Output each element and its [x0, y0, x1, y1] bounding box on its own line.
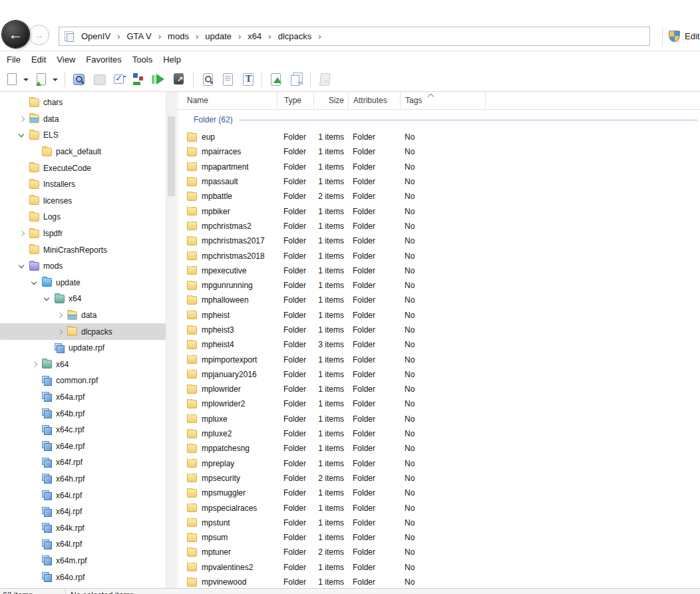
open-archive-button[interactable]	[33, 71, 49, 88]
tree-item[interactable]: x64j.rpf	[0, 504, 166, 520]
table-row[interactable]: mpgunrunning Folder 1 items Folder No	[178, 278, 700, 293]
tree-item[interactable]: ELS	[0, 127, 166, 144]
tree-item[interactable]: Logs	[0, 209, 166, 225]
table-row[interactable]: mpimportexport Folder 1 items Folder No	[178, 352, 700, 367]
package-search-button[interactable]	[71, 71, 87, 88]
expander-icon[interactable]	[30, 278, 39, 287]
breadcrumb-separator-icon[interactable]: ›	[268, 31, 271, 41]
forward-button[interactable]: →	[29, 25, 49, 45]
tree-item[interactable]: MiniCrashReports	[0, 241, 166, 258]
text-view-button[interactable]	[220, 71, 236, 88]
expander-icon[interactable]	[43, 294, 52, 303]
table-row[interactable]: mpbattle Folder 2 items Folder No	[178, 189, 700, 204]
new-file-dropdown-icon[interactable]	[22, 71, 30, 88]
breadcrumb-separator-icon[interactable]: ›	[318, 31, 321, 41]
tree-item[interactable]: common.rpf	[0, 372, 166, 389]
column-header[interactable]: Tags	[400, 92, 485, 109]
tree-item[interactable]: x64c.rpf	[0, 422, 166, 438]
export-copy-button[interactable]	[288, 71, 304, 88]
folder-tree[interactable]: chars data ELS pack_default ExecuteCode	[0, 92, 166, 588]
breadcrumb-segment[interactable]: OpenIV	[80, 30, 112, 43]
import-files-button[interactable]	[268, 71, 284, 88]
table-row[interactable]: mphalloween Folder 1 items Folder No	[178, 293, 700, 307]
table-row[interactable]: mpairraces Folder 1 items Folder No	[178, 144, 700, 159]
tree-item[interactable]: licenses	[0, 193, 166, 210]
breadcrumb-segment[interactable]: mods	[166, 30, 190, 43]
text-edit-button[interactable]	[240, 71, 256, 88]
tree-item[interactable]: data	[0, 111, 166, 128]
breadcrumb-separator-icon[interactable]: ›	[158, 31, 161, 41]
tree-item[interactable]: dlcpacks	[0, 323, 166, 340]
tree-item[interactable]: x64b.rpf	[0, 405, 166, 422]
table-row[interactable]: mpchristmas2 Folder 1 items Folder No	[178, 219, 700, 233]
tree-item[interactable]: mods	[0, 258, 166, 275]
color-tiles-button[interactable]	[131, 71, 147, 88]
table-row[interactable]: mpluxe Folder 1 items Folder No	[178, 412, 700, 426]
tree-item[interactable]: x64o.rpf	[0, 569, 166, 585]
tree-item[interactable]: x64i.rpf	[0, 487, 166, 504]
menu-item[interactable]: Tools	[127, 53, 158, 67]
new-file-button[interactable]	[4, 71, 20, 88]
expander-icon[interactable]	[17, 114, 27, 124]
table-row[interactable]: mplowrider Folder 1 items Folder No	[178, 382, 700, 396]
tree-item[interactable]: Installers	[0, 176, 166, 193]
breadcrumb-separator-icon[interactable]: ›	[196, 31, 198, 41]
run-script-button[interactable]	[151, 71, 167, 88]
breadcrumb-segment[interactable]: dlcpacks	[277, 30, 313, 43]
preview-button[interactable]	[200, 71, 216, 88]
menu-item[interactable]: File	[1, 53, 26, 67]
table-row[interactable]: eup Folder 1 items Folder No	[178, 130, 700, 144]
table-row[interactable]: mpreplay Folder 1 items Folder No	[178, 456, 700, 471]
column-header[interactable]: Size	[313, 92, 348, 109]
column-header[interactable]: Type	[277, 92, 313, 109]
table-row[interactable]: mpapartment Folder 1 items Folder No	[178, 160, 700, 174]
table-row[interactable]: mpspecialraces Folder 1 items Folder No	[178, 500, 700, 515]
table-row[interactable]: mpvalentines2 Folder 1 items Folder No	[178, 560, 700, 575]
table-row[interactable]: mpexecutive Folder 1 items Folder No	[178, 263, 700, 278]
tree-item[interactable]: x64l.rpf	[0, 536, 166, 553]
tree-scrollbar-thumb[interactable]	[168, 116, 175, 196]
tree-item[interactable]: data	[0, 307, 166, 324]
menu-item[interactable]: Edit	[26, 53, 51, 67]
tree-item[interactable]: lspdfr	[0, 225, 166, 242]
breadcrumb-segment[interactable]: x64	[246, 30, 263, 43]
table-row[interactable]: mpsmuggler Folder 1 items Folder No	[178, 486, 700, 500]
breadcrumb[interactable]: OpenIV › GTA V › mods › update › x64 ›	[59, 27, 650, 46]
table-row[interactable]: mplowrider2 Folder 1 items Folder No	[178, 396, 700, 411]
table-row[interactable]: mpstunt Folder 1 items Folder No	[178, 516, 700, 530]
edit-mode-button[interactable]: Edit mode	[662, 27, 700, 46]
open-archive-dropdown-icon[interactable]	[51, 71, 59, 88]
table-row[interactable]: mpheist Folder 1 items Folder No	[178, 308, 700, 323]
tree-item[interactable]: x64k.rpf	[0, 520, 166, 536]
tree-item[interactable]: pack_default	[0, 144, 166, 160]
table-row[interactable]: mpassault Folder 1 items Folder No	[178, 174, 700, 189]
menu-item[interactable]: Help	[158, 53, 186, 67]
table-row[interactable]: mpluxe2 Folder 1 items Folder No	[178, 426, 700, 441]
tree-item[interactable]: x64e.rpf	[0, 438, 166, 454]
tree-item[interactable]: update.rpf	[0, 340, 166, 357]
back-button[interactable]: ←	[2, 21, 29, 48]
expander-icon[interactable]	[30, 360, 39, 369]
table-row[interactable]: mpchristmas2018 Folder 1 items Folder No	[178, 248, 700, 263]
group-header[interactable]: Folder (62)	[178, 110, 700, 130]
expander-icon[interactable]	[17, 229, 27, 238]
tree-item[interactable]: chars	[0, 94, 166, 111]
table-row[interactable]: mpbiker Folder 1 items Folder No	[178, 204, 700, 218]
table-row[interactable]: mppatchesng Folder 1 items Folder No	[178, 441, 700, 456]
breadcrumb-segment[interactable]: GTA V	[125, 30, 152, 43]
menu-item[interactable]: View	[51, 53, 81, 67]
column-header[interactable]: Name	[178, 92, 277, 109]
expander-icon[interactable]	[55, 327, 65, 337]
save-export-button[interactable]	[171, 71, 187, 88]
table-row[interactable]: mpvinewood Folder 1 items Folder No	[178, 575, 700, 588]
verify-checkbox-button[interactable]	[111, 71, 127, 88]
table-row[interactable]: mpheist4 Folder 3 items Folder No	[178, 337, 700, 352]
table-row[interactable]: mpsecurity Folder 2 items Folder No	[178, 471, 700, 486]
menu-item[interactable]: Favorites	[81, 53, 126, 67]
breadcrumb-separator-icon[interactable]: ›	[238, 31, 241, 41]
tree-scrollbar[interactable]	[166, 92, 176, 588]
table-row[interactable]: mpjanuary2016 Folder 1 items Folder No	[178, 367, 700, 382]
table-row[interactable]: mpsum Folder 1 items Folder No	[178, 530, 700, 545]
breadcrumb-segment[interactable]: update	[204, 30, 233, 43]
tree-item[interactable]: x64a.rpf	[0, 389, 166, 406]
